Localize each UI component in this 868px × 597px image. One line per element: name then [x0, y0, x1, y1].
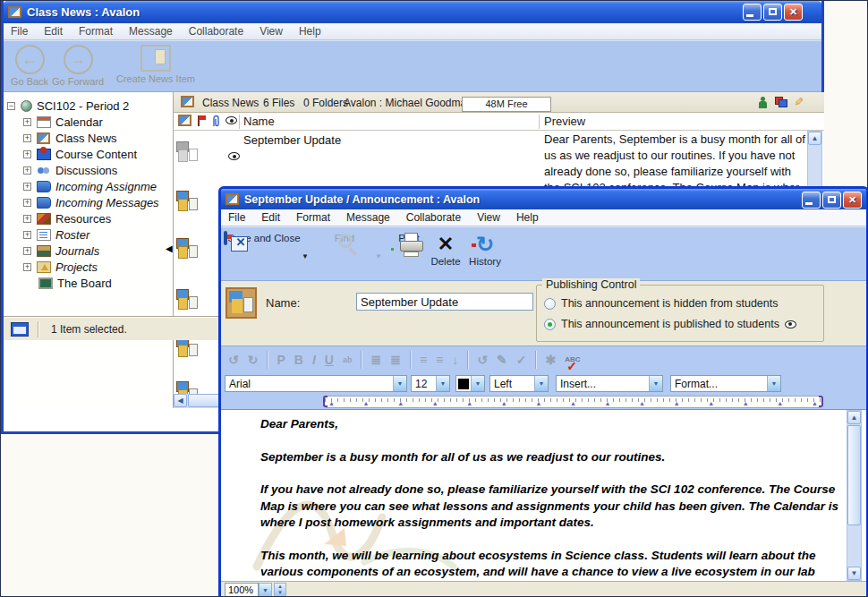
align-left-icon[interactable]: ≡: [420, 353, 427, 367]
draw-icon[interactable]: ✎: [497, 353, 507, 367]
expand-box[interactable]: +: [23, 215, 31, 223]
tree-item-roster[interactable]: + Roster: [23, 226, 173, 243]
underline-icon[interactable]: U: [325, 353, 334, 367]
subscript-icon[interactable]: ab: [343, 355, 353, 364]
save-options-dropdown[interactable]: ▼: [302, 252, 309, 260]
dialog-close-button[interactable]: ✕: [843, 192, 862, 209]
dialog-minimize-button[interactable]: [802, 192, 821, 209]
dialog-menu-message[interactable]: Message: [339, 209, 397, 226]
minimize-button[interactable]: [743, 4, 762, 21]
tree-root-sci102[interactable]: − SCI102 - Period 2: [7, 98, 173, 114]
tree-item-class-news[interactable]: + Class News: [23, 130, 173, 146]
plain-icon[interactable]: P: [277, 353, 285, 367]
body-scroll-down-button[interactable]: ▼: [847, 567, 861, 580]
flag-column-icon[interactable]: [198, 115, 207, 126]
announcement-icon[interactable]: [176, 289, 198, 312]
radio-unselected-icon[interactable]: [544, 298, 556, 310]
tree-item-course-content[interactable]: + Course Content: [23, 146, 173, 162]
italic-icon[interactable]: I: [312, 353, 316, 367]
expand-box[interactable]: +: [23, 118, 31, 126]
redo-icon[interactable]: ↻: [248, 353, 259, 367]
pane-splitter-collapse[interactable]: ◀: [166, 243, 173, 253]
tools-icon[interactable]: ✱: [545, 353, 556, 367]
dialog-menu-file[interactable]: File: [221, 209, 252, 226]
dropdown-arrow-icon[interactable]: ▼: [534, 376, 548, 391]
menu-format[interactable]: Format: [72, 23, 120, 39]
attachment-column-icon[interactable]: [211, 115, 221, 128]
find-options-dropdown[interactable]: ▼: [375, 252, 382, 260]
announcement-icon[interactable]: [176, 238, 198, 261]
collapse-box[interactable]: −: [7, 102, 15, 110]
tree-item-discussions[interactable]: + Discussions: [23, 162, 173, 178]
expand-box[interactable]: +: [23, 134, 31, 142]
menu-help[interactable]: Help: [292, 23, 328, 39]
body-scroll-up-button[interactable]: ▲: [847, 411, 861, 424]
menu-collaborate[interactable]: Collaborate: [182, 23, 251, 39]
column-name[interactable]: Name: [243, 115, 275, 128]
name-input[interactable]: [356, 293, 533, 311]
body-scrollbar-thumb[interactable]: [847, 425, 861, 525]
ruler[interactable]: ▲▲▲▲▲▲▲▲ ▲▲▲▲▲▲▲: [324, 396, 822, 408]
radio-selected-icon[interactable]: [544, 319, 556, 330]
indent-icon[interactable]: ≣: [390, 353, 401, 367]
alignment-select[interactable]: Left▼: [489, 375, 549, 392]
expand-box[interactable]: +: [23, 247, 31, 255]
font-color-select[interactable]: ▼: [455, 375, 485, 392]
edit-pencil-icon[interactable]: ✎: [792, 97, 805, 107]
approve-icon[interactable]: ✓: [516, 353, 527, 367]
insert-select[interactable]: Insert...▼: [556, 375, 663, 392]
icon-column-icon[interactable]: [178, 115, 191, 126]
find-button[interactable]: Find: [321, 233, 368, 243]
dialog-menu-view[interactable]: View: [470, 209, 507, 226]
expand-box[interactable]: +: [23, 150, 31, 158]
dropdown-arrow-icon[interactable]: ▼: [393, 376, 406, 391]
outdent-icon[interactable]: ≣: [370, 353, 381, 367]
tree-item-resources[interactable]: + Resources: [23, 210, 173, 226]
save-and-close-button[interactable]: ✕ Save and Close: [223, 233, 302, 243]
dropdown-arrow-icon[interactable]: ▼: [471, 376, 484, 391]
view-mode-icon[interactable]: [775, 97, 787, 108]
tree-item-journals[interactable]: + Journals: [23, 243, 173, 259]
zoom-level-value[interactable]: 100%: [225, 583, 259, 597]
spell-check-icon[interactable]: ABC✓: [565, 355, 580, 363]
dropdown-arrow-icon[interactable]: ▼: [649, 376, 662, 391]
dialog-menu-collaborate[interactable]: Collaborate: [399, 209, 468, 226]
main-titlebar[interactable]: Class News : Avalon ✕: [4, 1, 821, 23]
zoom-spinner[interactable]: ▲▼: [274, 583, 286, 597]
dialog-titlebar[interactable]: September Update / Announcement : Avalon…: [221, 189, 866, 209]
delete-button[interactable]: ✕ Delete: [425, 233, 466, 267]
radio-published-option[interactable]: This announcement is published to studen…: [544, 318, 796, 330]
line-spacing-icon[interactable]: ↓: [452, 353, 458, 367]
ruler-tab-markers[interactable]: ▲▲▲▲▲▲▲▲ ▲▲▲▲▲▲▲: [328, 399, 818, 408]
scroll-up-button[interactable]: ▲: [808, 132, 821, 145]
font-size-select[interactable]: 12▼: [411, 375, 450, 392]
menu-edit[interactable]: Edit: [37, 23, 70, 39]
tree-item-projects[interactable]: + Projects: [23, 259, 173, 275]
format-select[interactable]: Format...▼: [670, 375, 781, 392]
pane-layout-icon[interactable]: [11, 322, 29, 337]
dialog-maximize-button[interactable]: [822, 192, 841, 209]
list-row-september-update[interactable]: September Update Dear Parents, September…: [174, 131, 806, 186]
tree-item-calendar[interactable]: + Calendar: [23, 114, 173, 130]
close-button[interactable]: ✕: [784, 4, 803, 21]
align-center-icon[interactable]: ≡: [436, 353, 443, 367]
body-vertical-scrollbar[interactable]: ▲ ▼: [847, 410, 862, 581]
menu-file[interactable]: File: [4, 23, 35, 39]
tree-item-incoming-assignments[interactable]: + Incoming Assignme: [23, 178, 173, 194]
dropdown-arrow-icon[interactable]: ▼: [767, 376, 780, 391]
dialog-menu-edit[interactable]: Edit: [254, 209, 287, 226]
bold-icon[interactable]: B: [294, 353, 303, 367]
expand-box[interactable]: +: [23, 231, 31, 239]
undo-icon[interactable]: ↺: [228, 353, 239, 367]
scroll-left-button[interactable]: ◀: [174, 394, 187, 407]
dialog-menu-format[interactable]: Format: [289, 209, 337, 226]
expand-box[interactable]: +: [23, 199, 31, 207]
announcement-icon[interactable]: [176, 191, 198, 214]
tree-item-incoming-messages[interactable]: + Incoming Messages: [23, 194, 173, 210]
rotate-icon[interactable]: ↺: [477, 353, 488, 367]
print-button[interactable]: Print: [391, 233, 427, 243]
zoom-dropdown-arrow[interactable]: ▼: [259, 583, 272, 597]
maximize-button[interactable]: [763, 4, 782, 21]
font-family-select[interactable]: Arial▼: [225, 375, 407, 392]
dialog-menu-help[interactable]: Help: [509, 209, 546, 226]
